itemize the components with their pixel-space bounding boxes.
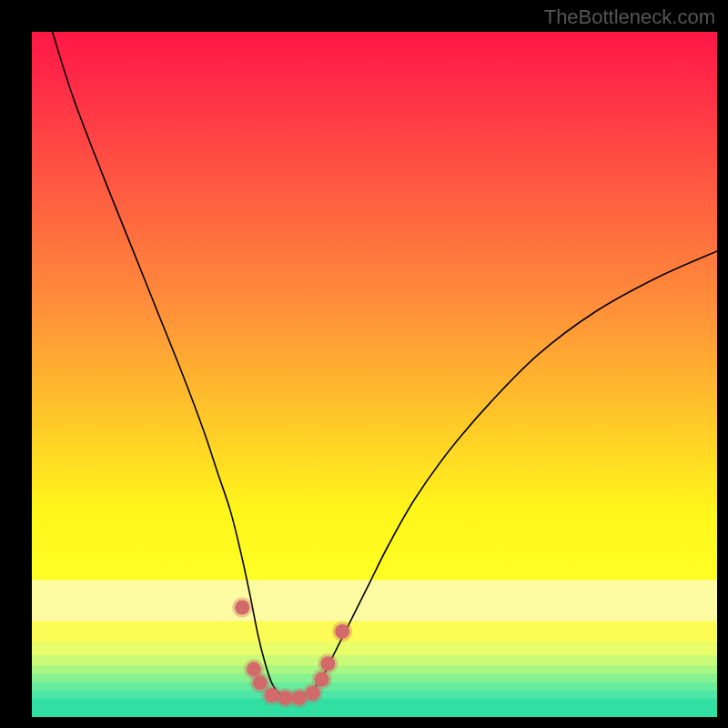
marker-dot [320, 656, 335, 671]
plot-area [32, 32, 717, 717]
background-band-5 [32, 674, 717, 683]
background-band-6 [32, 682, 717, 692]
background-band-0 [32, 580, 717, 622]
marker-dot [235, 601, 249, 615]
background-band-7 [32, 691, 717, 700]
background-band-2 [32, 642, 717, 656]
background-band-8 [32, 699, 717, 717]
marker-dot [315, 672, 329, 687]
watermark-text: TheBottleneck.com [544, 5, 715, 29]
background-band-1 [32, 622, 717, 643]
background-band-4 [32, 666, 717, 675]
plot-svg [32, 32, 717, 717]
chart-frame: TheBottleneck.com [0, 0, 728, 728]
background-band-3 [32, 655, 717, 666]
marker-dot [335, 624, 349, 639]
